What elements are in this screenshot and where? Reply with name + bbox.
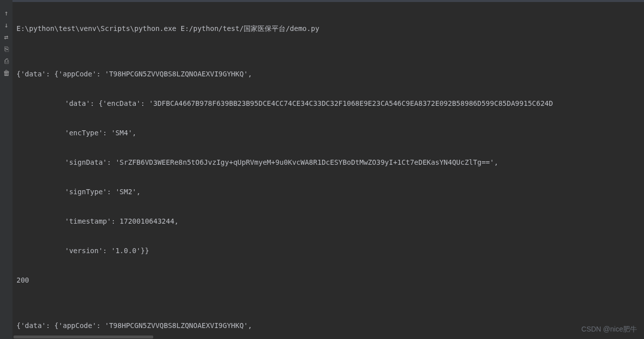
output-line: 'version': '1.0.0'}} [16, 244, 644, 258]
trash-icon[interactable]: 🗑 [2, 69, 10, 77]
output-line: 'data': {'encData': '3DFBCA4667B978F639B… [16, 97, 644, 110]
horizontal-scrollbar[interactable] [12, 335, 644, 339]
status-code: 200 [16, 274, 644, 287]
gutter: ↑ ↓ ⇄ ⎘ ⎙ 🗑 [0, 0, 12, 339]
print-icon[interactable]: ⎙ [2, 57, 10, 65]
output-line: {'data': {'appCode': 'T98HPCGN5ZVVQBS8LZ… [16, 319, 644, 333]
output-line: 'timestamp': 1720010643244, [16, 215, 644, 228]
arrow-up-icon[interactable]: ↑ [2, 9, 10, 17]
output-line: {'data': {'appCode': 'T98HPCGN5ZVVQBS8LZ… [16, 67, 644, 81]
wrap-icon[interactable]: ⇄ [2, 33, 10, 41]
watermark: CSDN @nice肥牛 [582, 325, 637, 334]
arrow-down-icon[interactable]: ↓ [2, 21, 10, 29]
output-line: 'signData': 'SrZFB6VD3WEERe8n5tO6JvzIgy+… [16, 156, 644, 169]
command-line: E:\python\test\venv\Scripts\python.exe E… [16, 22, 644, 35]
console-output[interactable]: E:\python\test\venv\Scripts\python.exe E… [12, 0, 644, 339]
output-line: 'signType': 'SM2', [16, 185, 644, 199]
scrollbar-thumb[interactable] [13, 336, 153, 339]
scroll-lock-icon[interactable]: ⎘ [2, 45, 10, 53]
output-line: 'encType': 'SM4', [16, 126, 644, 140]
